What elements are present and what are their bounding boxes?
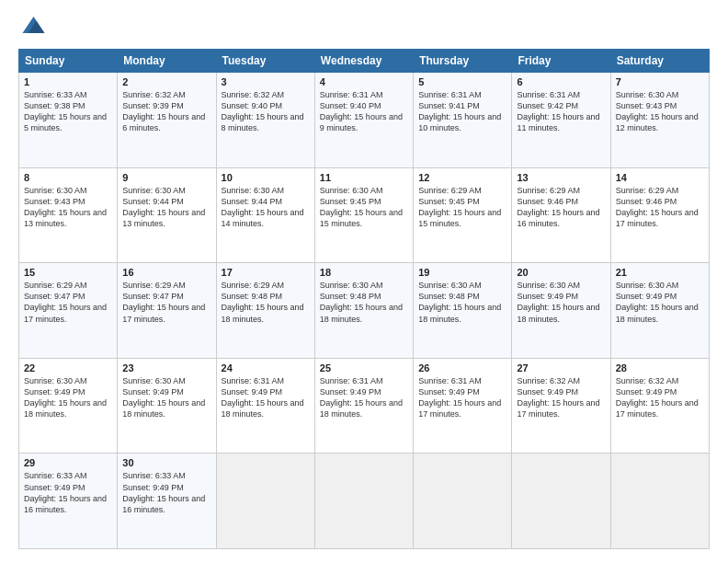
cell-content: Sunrise: 6:31 AMSunset: 9:42 PMDaylight:… <box>517 89 605 134</box>
calendar-cell: 27Sunrise: 6:32 AMSunset: 9:49 PMDayligh… <box>512 358 610 454</box>
cell-content: Sunrise: 6:32 AMSunset: 9:39 PMDaylight:… <box>122 89 210 134</box>
day-number: 4 <box>320 76 408 87</box>
calendar-cell: 23Sunrise: 6:30 AMSunset: 9:49 PMDayligh… <box>118 358 216 454</box>
day-number: 15 <box>24 267 112 278</box>
cell-content: Sunrise: 6:31 AMSunset: 9:49 PMDaylight:… <box>320 375 408 420</box>
calendar-cell: 10Sunrise: 6:30 AMSunset: 9:44 PMDayligh… <box>216 167 314 263</box>
cell-content: Sunrise: 6:32 AMSunset: 9:49 PMDaylight:… <box>517 375 605 420</box>
cell-content: Sunrise: 6:30 AMSunset: 9:44 PMDaylight:… <box>122 185 210 230</box>
cell-content: Sunrise: 6:29 AMSunset: 9:47 PMDaylight:… <box>122 280 210 325</box>
calendar-cell: 6Sunrise: 6:31 AMSunset: 9:42 PMDaylight… <box>512 73 610 168</box>
cell-content: Sunrise: 6:29 AMSunset: 9:46 PMDaylight:… <box>616 185 704 230</box>
logo <box>18 14 50 41</box>
calendar-cell <box>610 454 709 549</box>
cell-content: Sunrise: 6:33 AMSunset: 9:49 PMDaylight:… <box>122 470 210 515</box>
day-header-sunday: Sunday <box>19 50 118 73</box>
calendar-cell: 15Sunrise: 6:29 AMSunset: 9:47 PMDayligh… <box>19 263 118 359</box>
logo-icon <box>18 14 46 41</box>
calendar-cell: 14Sunrise: 6:29 AMSunset: 9:46 PMDayligh… <box>610 167 709 263</box>
calendar-cell: 22Sunrise: 6:30 AMSunset: 9:49 PMDayligh… <box>19 358 118 454</box>
day-number: 10 <box>222 172 310 183</box>
day-number: 19 <box>418 267 506 278</box>
cell-content: Sunrise: 6:31 AMSunset: 9:40 PMDaylight:… <box>320 89 408 134</box>
day-number: 5 <box>418 76 506 87</box>
calendar-cell: 30Sunrise: 6:33 AMSunset: 9:49 PMDayligh… <box>118 454 216 549</box>
cell-content: Sunrise: 6:30 AMSunset: 9:48 PMDaylight:… <box>320 280 408 325</box>
day-number: 24 <box>222 362 310 373</box>
day-number: 21 <box>616 267 704 278</box>
calendar-cell: 19Sunrise: 6:30 AMSunset: 9:48 PMDayligh… <box>414 263 512 359</box>
day-number: 16 <box>122 267 210 278</box>
day-header-tuesday: Tuesday <box>216 50 314 73</box>
day-header-friday: Friday <box>512 50 610 73</box>
calendar-cell: 1Sunrise: 6:33 AMSunset: 9:38 PMDaylight… <box>19 73 118 168</box>
calendar-cell: 18Sunrise: 6:30 AMSunset: 9:48 PMDayligh… <box>314 263 413 359</box>
calendar-cell: 7Sunrise: 6:30 AMSunset: 9:43 PMDaylight… <box>610 73 709 168</box>
calendar-week-2: 8Sunrise: 6:30 AMSunset: 9:43 PMDaylight… <box>19 167 710 263</box>
calendar-cell <box>414 454 512 549</box>
day-number: 1 <box>24 76 112 87</box>
day-number: 28 <box>616 362 704 373</box>
calendar-week-5: 29Sunrise: 6:33 AMSunset: 9:49 PMDayligh… <box>19 454 710 549</box>
cell-content: Sunrise: 6:31 AMSunset: 9:41 PMDaylight:… <box>418 89 506 134</box>
cell-content: Sunrise: 6:30 AMSunset: 9:48 PMDaylight:… <box>418 280 506 325</box>
day-number: 9 <box>122 172 210 183</box>
cell-content: Sunrise: 6:30 AMSunset: 9:44 PMDaylight:… <box>222 185 310 230</box>
day-number: 17 <box>222 267 310 278</box>
calendar-cell <box>512 454 610 549</box>
day-number: 13 <box>517 172 605 183</box>
calendar-cell: 29Sunrise: 6:33 AMSunset: 9:49 PMDayligh… <box>19 454 118 549</box>
day-header-saturday: Saturday <box>610 50 709 73</box>
cell-content: Sunrise: 6:30 AMSunset: 9:49 PMDaylight:… <box>24 375 112 420</box>
day-number: 8 <box>24 172 112 183</box>
day-number: 12 <box>418 172 506 183</box>
day-number: 27 <box>517 362 605 373</box>
calendar-cell: 20Sunrise: 6:30 AMSunset: 9:49 PMDayligh… <box>512 263 610 359</box>
cell-content: Sunrise: 6:33 AMSunset: 9:49 PMDaylight:… <box>24 470 112 515</box>
cell-content: Sunrise: 6:30 AMSunset: 9:49 PMDaylight:… <box>122 375 210 420</box>
cell-content: Sunrise: 6:30 AMSunset: 9:43 PMDaylight:… <box>24 185 112 230</box>
cell-content: Sunrise: 6:29 AMSunset: 9:48 PMDaylight:… <box>222 280 310 325</box>
calendar-cell: 26Sunrise: 6:31 AMSunset: 9:49 PMDayligh… <box>414 358 512 454</box>
day-number: 26 <box>418 362 506 373</box>
day-number: 29 <box>24 457 112 468</box>
day-number: 3 <box>222 76 310 87</box>
day-header-thursday: Thursday <box>414 50 512 73</box>
calendar-cell: 28Sunrise: 6:32 AMSunset: 9:49 PMDayligh… <box>610 358 709 454</box>
day-header-wednesday: Wednesday <box>314 50 413 73</box>
calendar-cell: 16Sunrise: 6:29 AMSunset: 9:47 PMDayligh… <box>118 263 216 359</box>
calendar-cell: 13Sunrise: 6:29 AMSunset: 9:46 PMDayligh… <box>512 167 610 263</box>
calendar-cell: 21Sunrise: 6:30 AMSunset: 9:49 PMDayligh… <box>610 263 709 359</box>
calendar-header-row: SundayMondayTuesdayWednesdayThursdayFrid… <box>19 50 710 73</box>
day-number: 23 <box>122 362 210 373</box>
cell-content: Sunrise: 6:30 AMSunset: 9:49 PMDaylight:… <box>517 280 605 325</box>
calendar-cell <box>314 454 413 549</box>
cell-content: Sunrise: 6:31 AMSunset: 9:49 PMDaylight:… <box>418 375 506 420</box>
day-number: 7 <box>616 76 704 87</box>
day-number: 20 <box>517 267 605 278</box>
day-number: 25 <box>320 362 408 373</box>
day-number: 22 <box>24 362 112 373</box>
calendar-table: SundayMondayTuesdayWednesdayThursdayFrid… <box>18 49 710 549</box>
cell-content: Sunrise: 6:29 AMSunset: 9:45 PMDaylight:… <box>418 185 506 230</box>
calendar-cell: 3Sunrise: 6:32 AMSunset: 9:40 PMDaylight… <box>216 73 314 168</box>
calendar-cell: 11Sunrise: 6:30 AMSunset: 9:45 PMDayligh… <box>314 167 413 263</box>
day-number: 18 <box>320 267 408 278</box>
cell-content: Sunrise: 6:29 AMSunset: 9:46 PMDaylight:… <box>517 185 605 230</box>
calendar-cell: 8Sunrise: 6:30 AMSunset: 9:43 PMDaylight… <box>19 167 118 263</box>
calendar-cell: 24Sunrise: 6:31 AMSunset: 9:49 PMDayligh… <box>216 358 314 454</box>
calendar-week-4: 22Sunrise: 6:30 AMSunset: 9:49 PMDayligh… <box>19 358 710 454</box>
cell-content: Sunrise: 6:30 AMSunset: 9:43 PMDaylight:… <box>616 89 704 134</box>
calendar-week-3: 15Sunrise: 6:29 AMSunset: 9:47 PMDayligh… <box>19 263 710 359</box>
cell-content: Sunrise: 6:30 AMSunset: 9:45 PMDaylight:… <box>320 185 408 230</box>
calendar-cell: 2Sunrise: 6:32 AMSunset: 9:39 PMDaylight… <box>118 73 216 168</box>
cell-content: Sunrise: 6:33 AMSunset: 9:38 PMDaylight:… <box>24 89 112 134</box>
cell-content: Sunrise: 6:32 AMSunset: 9:40 PMDaylight:… <box>222 89 310 134</box>
header <box>18 14 710 41</box>
cell-content: Sunrise: 6:32 AMSunset: 9:49 PMDaylight:… <box>616 375 704 420</box>
day-number: 6 <box>517 76 605 87</box>
day-number: 2 <box>122 76 210 87</box>
calendar-cell <box>216 454 314 549</box>
page: SundayMondayTuesdayWednesdayThursdayFrid… <box>0 0 728 563</box>
calendar-cell: 5Sunrise: 6:31 AMSunset: 9:41 PMDaylight… <box>414 73 512 168</box>
